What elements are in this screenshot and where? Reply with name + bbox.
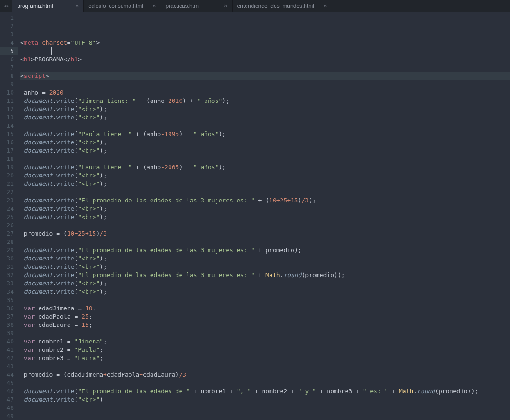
code-line[interactable]: promedio = (10+25+15)/3 xyxy=(20,230,510,238)
code-line[interactable]: document.write("<br>"); xyxy=(20,113,510,122)
code-line[interactable]: document.write("El promedio de las edade… xyxy=(20,387,510,396)
tab-label: entendiendo_dos_mundos.html xyxy=(237,3,314,9)
code-line[interactable]: anho = 2020 xyxy=(20,89,510,97)
code-line[interactable]: document.write("<br>"); xyxy=(20,279,510,288)
code-line[interactable]: var edadLaura = 15; xyxy=(20,321,510,329)
code-line[interactable]: var nombre3 = "Laura"; xyxy=(20,354,510,362)
tab-bar: ◄ ► programa.html × calculo_consumo.html… xyxy=(0,0,510,12)
text-cursor xyxy=(51,47,52,55)
editor: 1234567891011121314151617181920212223242… xyxy=(0,12,510,420)
code-line[interactable]: promedio = (edadJimena+edadPaola+edadLau… xyxy=(20,371,510,379)
code-line[interactable]: var nombre2 = "Paola"; xyxy=(20,346,510,354)
code-line[interactable] xyxy=(20,122,510,130)
code-line[interactable]: <script> xyxy=(20,72,510,80)
code-line[interactable]: document.write("<br>"); xyxy=(20,138,510,147)
code-line[interactable] xyxy=(20,238,510,246)
code-line[interactable]: document.write("Jimena tiene: " + (anho-… xyxy=(20,97,510,105)
tab-calculo[interactable]: calculo_consumo.html × xyxy=(84,0,161,12)
code-line[interactable]: document.write("Laura tiene: " + (anho-2… xyxy=(20,163,510,172)
code-line[interactable]: document.write("El promedio de las edade… xyxy=(20,246,510,254)
nav-arrows: ◄ ► xyxy=(0,3,12,9)
close-icon[interactable]: × xyxy=(152,2,156,9)
code-line[interactable] xyxy=(20,379,510,387)
code-line[interactable]: document.write("<br>"); xyxy=(20,288,510,296)
code-line[interactable]: <h1>PROGRAMA</h1> xyxy=(20,55,510,64)
code-line[interactable]: document.write("<br>"); xyxy=(20,172,510,180)
tab-label: programa.html xyxy=(17,3,53,9)
code-line[interactable] xyxy=(20,188,510,196)
nav-left-icon[interactable]: ◄ xyxy=(3,3,6,9)
close-icon[interactable]: × xyxy=(76,2,79,9)
code-line[interactable]: document.write("<br>") xyxy=(20,396,510,404)
code-line[interactable] xyxy=(20,362,510,371)
code-line[interactable] xyxy=(20,221,510,230)
tab-practicas[interactable]: practicas.html × xyxy=(161,0,233,12)
tab-label: practicas.html xyxy=(166,3,200,9)
code-line[interactable]: <meta charset="UTF-8"> xyxy=(20,39,510,47)
code-line[interactable]: document.write("Paola tiene: " + (anho-1… xyxy=(20,130,510,138)
code-line[interactable] xyxy=(20,412,510,420)
close-icon[interactable]: × xyxy=(323,2,327,9)
code-line[interactable]: document.write("<br>"); xyxy=(20,180,510,188)
code-line[interactable]: document.write("<br>"); xyxy=(20,213,510,221)
code-line[interactable] xyxy=(20,329,510,337)
code-line[interactable] xyxy=(20,64,510,72)
code-line[interactable]: var edadPaola = 25; xyxy=(20,313,510,321)
tab-programa[interactable]: programa.html × xyxy=(12,0,84,12)
code-line[interactable]: document.write("<br>"); xyxy=(20,105,510,113)
code-line[interactable]: document.write("<br>"); xyxy=(20,147,510,155)
code-line[interactable] xyxy=(20,47,510,55)
code-line[interactable] xyxy=(20,404,510,412)
code-line[interactable]: document.write("<br>"); xyxy=(20,254,510,263)
line-gutter: 1234567891011121314151617181920212223242… xyxy=(0,12,18,420)
code-area[interactable]: <meta charset="UTF-8"><h1>PROGRAMA</h1><… xyxy=(18,12,510,420)
nav-right-icon[interactable]: ► xyxy=(7,3,10,9)
tab-label: calculo_consumo.html xyxy=(88,3,143,9)
code-line[interactable]: document.write("<br>"); xyxy=(20,205,510,213)
code-line[interactable]: document.write("El promedio de las edade… xyxy=(20,196,510,205)
code-line[interactable] xyxy=(20,155,510,163)
tab-entendiendo[interactable]: entendiendo_dos_mundos.html × xyxy=(233,0,332,12)
code-line[interactable]: document.write("<br>"); xyxy=(20,263,510,271)
code-line[interactable]: var nombre1 = "Jimena"; xyxy=(20,337,510,346)
code-line[interactable]: var edadJimena = 10; xyxy=(20,304,510,313)
code-line[interactable] xyxy=(20,296,510,304)
close-icon[interactable]: × xyxy=(224,2,228,9)
code-line[interactable]: document.write("El promedio de las edade… xyxy=(20,271,510,279)
code-line[interactable] xyxy=(20,80,510,89)
